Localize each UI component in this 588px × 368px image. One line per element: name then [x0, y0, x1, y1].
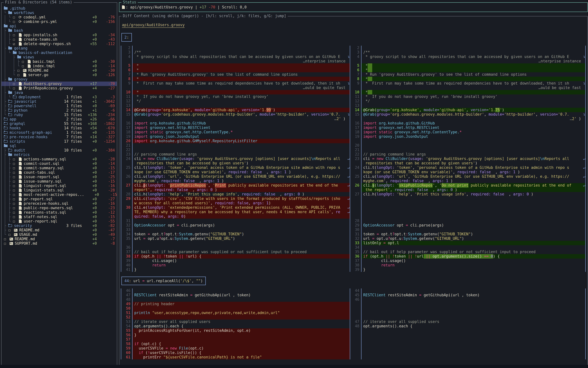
tree-item-readme-md[interactable]: │ ├ ☐M↓README.md+0-30 — [1, 68, 117, 73]
diff-pane-left-top[interactable]: 23/**4 * groovy script to show all repos… — [121, 46, 350, 272]
checkbox-unchecked[interactable]: ☐ — [22, 64, 27, 68]
code-segment: 1 — [446, 179, 448, 183]
diff-file-link[interactable]: api/groovy/AuditUsers.groovy — [122, 23, 185, 28]
tree-item-golang[interactable]: ├ golang — [1, 46, 117, 51]
tree-item-sql[interactable]: sql — [1, 144, 117, 148]
tree-item-combine-prs-yml[interactable]: │ └ ☐⟳combine-prs.yml+0-156 — [1, 19, 117, 24]
tree-item--github[interactable]: .github — [1, 6, 117, 11]
tree-item-powershell[interactable]: ├ powershell1 files+0-69 — [1, 104, 117, 108]
tree-item-linguist-report-sql[interactable]: │ ├ ☐linguist-report.sql+0-16 — [1, 184, 117, 188]
checkbox-unchecked[interactable]: ☐ — [13, 157, 18, 161]
tree-item-actions-summary-sql[interactable]: │ ├ ☐actions-summary.sql+0-28 — [1, 157, 117, 161]
tree-item-api[interactable]: api — [1, 24, 117, 28]
checkbox-unchecked[interactable]: ☐ — [17, 73, 23, 77]
diff-pane-left-bottom[interactable]: 4647RESTClient restSiteAdmin = getGithub… — [121, 288, 350, 359]
tree-item-ruby[interactable]: └ ruby15 files+136-234 — [1, 113, 117, 117]
checkbox-unchecked[interactable]: ☐ — [8, 228, 14, 232]
diff-line: …ould be quite fast — [350, 86, 585, 90]
tree-item-support-md[interactable]: ☐M↓SUPPORT.md+0-8 — [1, 241, 117, 246]
diff-pane-right-bottom[interactable]: 4445RESTClient restSiteAdmin = getGithub… — [350, 288, 586, 359]
tree-item-create-teams-sh[interactable]: │ ├ ☐create-teams.sh+0-43 — [1, 37, 117, 42]
tree-item-bash[interactable]: ├ bash — [1, 28, 117, 33]
checkbox-unchecked[interactable]: ☐ — [13, 86, 18, 91]
tree-item-security[interactable]: ├ security3 files+0-82 — [1, 223, 117, 228]
diff-line: 30 — [350, 228, 585, 232]
tree-item-pr-report-sql[interactable]: │ ├ ☐pr-report.sql+0-27 — [1, 197, 117, 201]
checkbox-unchecked[interactable]: ☐ — [17, 68, 23, 73]
tree-item-label: workflows — [14, 11, 34, 15]
tree-item-views[interactable]: │ ├ views — [1, 55, 117, 59]
checkbox-unchecked[interactable]: ☐ — [13, 193, 18, 197]
tree-item-java[interactable]: ├ java — [1, 91, 117, 95]
checkbox-unchecked[interactable]: ☐ — [13, 166, 18, 170]
checkbox-unchecked[interactable]: ☐ — [4, 241, 9, 246]
tree-item-app-installs-sh[interactable]: │ ├ ☐app-installs.sh+0-34 — [1, 33, 117, 37]
checkbox-unchecked[interactable]: ☐ — [13, 215, 18, 219]
checkbox-unchecked[interactable]: ☐ — [13, 210, 18, 215]
tree-item-index-tmpl[interactable]: │ │ └ ☐index.tmpl+0-14 — [1, 64, 117, 68]
checkbox-unchecked[interactable]: ☐ — [13, 82, 18, 86]
checkbox-unchecked[interactable]: ☐ — [13, 170, 18, 175]
tree-item-commit-summary-sql[interactable]: │ ├ ☐commit-summary.sql+0-15 — [1, 166, 117, 170]
checkbox-unchecked[interactable]: ☐ — [13, 201, 18, 206]
tree-item-delete-empty-repos-sh[interactable]: │ └ ☑delete-empty-repos.sh+55-112 — [1, 42, 117, 46]
added-lines-badge: +26 — [82, 117, 97, 121]
tree-item-groovy[interactable]: ├ groovy — [1, 77, 117, 82]
tree-item-count-tabs-sql[interactable]: │ ├ ☐count-tabs.sql+0-17 — [1, 170, 117, 175]
checkbox-unchecked[interactable]: ☐ — [13, 188, 18, 193]
checkbox-unchecked[interactable]: ☐ — [4, 237, 9, 241]
diff-inner[interactable]: api/groovy/AuditUsers.groovy 2: 23/**4 *… — [119, 17, 587, 365]
checkbox-unchecked[interactable]: ☐ — [13, 15, 18, 19]
tree-item-issue-summary-sql[interactable]: │ ├ ☐issue-summary.sql+0-15 — [1, 179, 117, 184]
tree-item-audit[interactable]: ├ audit10 files+0-384 — [1, 148, 117, 153]
checkbox-unchecked[interactable]: ☐ — [13, 197, 18, 201]
tree-item-scripts[interactable]: scripts17 files+0-1254 — [1, 139, 117, 144]
tree-item-linguist-stats-sql[interactable]: │ ├ ☐linguist-stats.sql+0-28 — [1, 188, 117, 193]
checkbox-unchecked[interactable]: ☐ — [13, 33, 18, 37]
tree-item-app[interactable]: app2 files+26-66 — [1, 117, 117, 121]
code-segment — [444, 179, 446, 183]
tree-item-issue-report-sql[interactable]: │ ├ ☐issue-report.sql+0-25 — [1, 175, 117, 179]
diff-pane-right-top[interactable]: 23/**4 * groovy script to show all repos… — [350, 46, 586, 272]
tree-item-printrepoaccess-groovy[interactable]: │ └ ☐PrintRepoAccess.groovy+4-27 — [1, 86, 117, 91]
tree-item-pre-receive-hooks[interactable]: pre-receive-hooks7 files+14-327 — [1, 135, 117, 139]
tree-item-auditusers-groovy[interactable]: │ ├ ☐AuditUsers.groovy+17-70 — [1, 82, 117, 86]
tree-item-python[interactable]: ├ python2 files+1-6 — [1, 108, 117, 113]
tree-item-hooks[interactable]: hooks14 files+54-670 — [1, 126, 117, 130]
tree-item-graphql[interactable]: graphql55 files+168-1862 — [1, 121, 117, 126]
checkbox-checked[interactable]: ☑ — [13, 42, 18, 46]
checkbox-unchecked[interactable]: ☐ — [13, 161, 18, 166]
tree-item-microsoft-graph-api[interactable]: microsoft-graph-api1 files+0-135 — [1, 130, 117, 135]
tree-item-metrics[interactable]: ├ metrics — [1, 153, 117, 157]
checkbox-unchecked[interactable]: ☐ — [13, 179, 18, 184]
checkbox-unchecked[interactable]: ☐ — [13, 19, 18, 24]
tree-item-basic-tmpl[interactable]: │ │ ├ ☐basic.tmpl+0-30 — [1, 59, 117, 64]
tree-item-basics-of-authentication[interactable]: │ └ basics-of-authentication — [1, 51, 117, 55]
checkbox-unchecked[interactable]: ☐ — [13, 37, 18, 42]
code-segment: 'org.kohsuke' — [390, 108, 419, 112]
dir-file-count: 10 files — [64, 148, 82, 153]
tree-item-readme-md[interactable]: ☐M↓README.md+4-7 — [1, 237, 117, 241]
tree-item-most-recent-active-repos-[interactable]: │ ├ ☐most-recent-active-repos...+0-15 — [1, 193, 117, 197]
checkbox-unchecked[interactable]: ☐ — [13, 219, 18, 223]
tree-item-codeql-yml[interactable]: │ └ ☐⟳codeql.yml+0-76 — [1, 15, 117, 19]
tree-item-public-repo-owners-sql[interactable]: │ ├ ☐public-repo-owners.sql+0-23 — [1, 206, 117, 210]
checkbox-unchecked[interactable]: ☐ — [13, 175, 18, 179]
code-segment: listOnly — [363, 241, 383, 245]
checkbox-unchecked[interactable]: ☐ — [13, 206, 18, 210]
tree-item-commit-count-sql[interactable]: │ ├ ☐commit-count.sql+0-14 — [1, 161, 117, 166]
tree-item-deployment[interactable]: │ └ deployment1 files+3-3 — [1, 95, 117, 99]
tree-item-staff-notes-sql[interactable]: │ ├ ☐staff-notes.sql+0-15 — [1, 215, 117, 219]
code-content: …nterprise instance — [132, 59, 350, 63]
tree-item-user-report-sql[interactable]: │ └ ☐user-report.sql+0-55 — [1, 219, 117, 223]
tree-item-reactions-stats-sql[interactable]: │ ├ ☐reactions-stats.sql+0-12 — [1, 210, 117, 215]
checkbox-unchecked[interactable]: ☐ — [22, 59, 27, 64]
tree-item-prereceive-hooks-sql[interactable]: │ ├ ☐prereceive-hooks.sql+0-16 — [1, 201, 117, 206]
tree-item-workflows[interactable]: └ workflows — [1, 11, 117, 15]
tree-item-usage-md[interactable]: └ ☐M↓USAGE.md+0-49 — [1, 232, 117, 237]
tree-item-server-go[interactable]: │ └ ☐server.go+0-126 — [1, 73, 117, 77]
tree-item-javascript[interactable]: ├ javascript14 files+1-3042 — [1, 99, 117, 104]
checkbox-unchecked[interactable]: ☐ — [13, 184, 18, 188]
checkbox-unchecked[interactable]: ☐ — [8, 232, 14, 237]
tree-item-readme-md[interactable]: ├ ☐M↓README.md+0-47 — [1, 228, 117, 232]
